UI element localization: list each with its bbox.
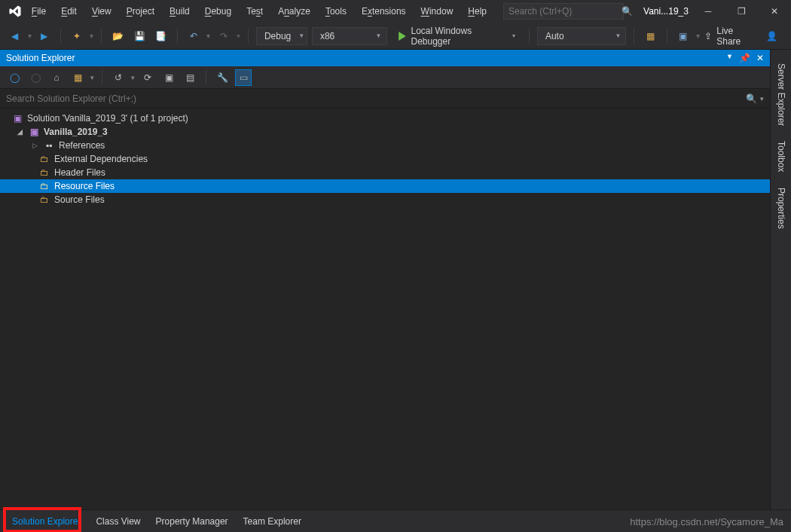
live-share-button[interactable]: ⇪ Live Share <box>704 26 756 47</box>
window-controls: ─ ❐ ✕ <box>692 0 791 23</box>
watermark-text: https://blog.csdn.net/Sycamore_Ma <box>630 516 783 527</box>
title-search[interactable]: 🔍 <box>503 3 624 20</box>
title-bar: File Edit View Project Build Debug Test … <box>0 0 791 23</box>
menu-test[interactable]: Test <box>239 2 270 21</box>
solution-explorer-pane: Solution Explorer ▼ 📌 ✕ ◯ ◯ ⌂ ▦ ▾ ↺ ▾ ⟳ … <box>0 50 770 509</box>
tab-solution-explorer[interactable]: Solution Explorer <box>5 512 88 531</box>
search-icon: 🔍 <box>622 6 633 17</box>
menu-tools[interactable]: Tools <box>318 2 354 21</box>
pane-home-button[interactable]: ⌂ <box>48 69 65 86</box>
image-button[interactable]: ▣ <box>675 27 692 45</box>
pane-pin-icon[interactable]: 📌 <box>739 53 750 63</box>
properties-tab[interactable]: Properties <box>773 180 789 237</box>
pane-search-row: 🔍 ▾ <box>0 89 770 109</box>
solution-tree[interactable]: ▣ Solution 'Vanilla_2019_3' (1 of 1 proj… <box>0 109 770 509</box>
pane-history-button[interactable]: ↺ <box>110 69 127 86</box>
main-toolbar: ◀ ▾ ▶ ✦ ▾ 📂 💾 📑 ↶ ▾ ↷ ▾ Debug▼ x86▼ Loca… <box>0 23 791 50</box>
redo-button[interactable]: ↷ <box>215 27 232 45</box>
server-explorer-tab[interactable]: Server Explorer <box>773 56 789 133</box>
pane-properties-button[interactable]: 🔧 <box>214 69 231 86</box>
menu-window[interactable]: Window <box>414 2 461 21</box>
menu-debug[interactable]: Debug <box>197 2 239 21</box>
tree-solution-node[interactable]: ▣ Solution 'Vanilla_2019_3' (1 of 1 proj… <box>0 112 770 125</box>
folder-icon: 🗀 <box>39 181 50 191</box>
menu-file[interactable]: File <box>24 2 53 21</box>
pane-sync-button[interactable]: ▦ <box>69 69 86 86</box>
save-button[interactable]: 💾 <box>131 27 148 45</box>
menu-edit[interactable]: Edit <box>53 2 84 21</box>
account-button[interactable]: 👤 <box>764 27 780 45</box>
pane-preview-button[interactable]: ▭ <box>235 69 252 86</box>
platform-combo[interactable]: x86▼ <box>312 27 387 45</box>
menu-analyze[interactable]: Analyze <box>270 2 318 21</box>
vs-logo <box>6 0 24 23</box>
back-button[interactable]: ◀ <box>6 27 23 45</box>
references-icon: ▪▪ <box>44 140 54 151</box>
toolbox-tab[interactable]: Toolbox <box>773 133 789 179</box>
pane-close-icon[interactable]: ✕ <box>756 53 764 63</box>
tab-property-manager[interactable]: Property Manager <box>148 512 236 531</box>
tree-project-node[interactable]: ◢ ▣ Vanilla_2019_3 <box>0 125 770 139</box>
folder-icon: 🗀 <box>39 167 50 178</box>
tab-class-view[interactable]: Class View <box>88 512 148 531</box>
forward-button[interactable]: ▶ <box>36 27 53 45</box>
auto-combo[interactable]: Auto▼ <box>537 27 626 45</box>
pane-forward-button[interactable]: ◯ <box>27 69 44 86</box>
open-button[interactable]: 📂 <box>109 27 127 45</box>
maximize-button[interactable]: ❐ <box>725 0 758 23</box>
undo-button[interactable]: ↶ <box>185 27 203 45</box>
tree-resource-node[interactable]: 🗀 Resource Files <box>0 179 770 193</box>
cpp-project-icon: ▣ <box>29 127 39 137</box>
chevron-down-icon[interactable]: ◢ <box>15 128 24 136</box>
config-combo[interactable]: Debug▼ <box>256 27 307 45</box>
pane-refresh-button[interactable]: ⟳ <box>139 69 156 86</box>
pane-back-button[interactable]: ◯ <box>6 69 23 86</box>
save-all-button[interactable]: 📑 <box>152 27 170 45</box>
share-icon: ⇪ <box>704 31 712 41</box>
start-debug-button[interactable]: Local Windows Debugger ▾ <box>392 26 521 47</box>
menu-view[interactable]: View <box>84 2 119 21</box>
tree-external-node[interactable]: 🗀 External Dependencies <box>0 152 770 166</box>
folder-icon: 🗀 <box>39 194 50 205</box>
minimize-button[interactable]: ─ <box>692 0 725 23</box>
tree-header-node[interactable]: 🗀 Header Files <box>0 166 770 179</box>
stack-frame-button[interactable]: ▦ <box>642 27 659 45</box>
new-project-button[interactable]: ✦ <box>69 27 86 45</box>
title-search-input[interactable] <box>508 6 622 17</box>
right-side-tabs: Server Explorer Toolbox Properties <box>770 50 791 509</box>
folder-icon: 🗀 <box>39 154 50 164</box>
search-icon: 🔍 <box>746 93 757 104</box>
menu-build[interactable]: Build <box>162 2 197 21</box>
menu-help[interactable]: Help <box>460 2 494 21</box>
pane-title-text: Solution Explorer <box>6 53 75 63</box>
pane-titlebar: Solution Explorer ▼ 📌 ✕ <box>0 50 770 66</box>
solution-icon: ▣ <box>12 113 23 124</box>
project-title: Vani...19_3 <box>640 6 692 17</box>
menu-project[interactable]: Project <box>119 2 162 21</box>
bottom-tab-strip: Solution Explorer Class View Property Ma… <box>0 509 791 532</box>
chevron-right-icon[interactable]: ▷ <box>30 142 39 149</box>
menu-extensions[interactable]: Extensions <box>354 2 414 21</box>
tree-references-node[interactable]: ▷ ▪▪ References <box>0 139 770 152</box>
pane-search-input[interactable] <box>6 93 746 104</box>
pane-collapse-button[interactable]: ▣ <box>160 69 177 86</box>
tree-source-node[interactable]: 🗀 Source Files <box>0 193 770 206</box>
close-button[interactable]: ✕ <box>758 0 791 23</box>
main-menu: File Edit View Project Build Debug Test … <box>24 2 494 21</box>
pane-toolbar: ◯ ◯ ⌂ ▦ ▾ ↺ ▾ ⟳ ▣ ▤ 🔧 ▭ <box>0 66 770 89</box>
pane-dropdown-icon[interactable]: ▼ <box>726 53 733 63</box>
tab-team-explorer[interactable]: Team Explorer <box>236 512 309 531</box>
pane-show-all-button[interactable]: ▤ <box>182 69 198 86</box>
play-icon <box>398 32 407 41</box>
